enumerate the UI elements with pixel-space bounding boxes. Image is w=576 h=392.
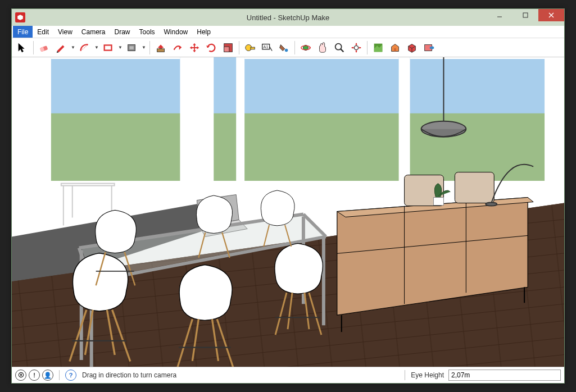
menu-edit[interactable]: Edit [33, 26, 53, 38]
titlebar: Untitled - SketchUp Make [12, 9, 564, 26]
app-icon [15, 12, 25, 22]
arc-tool[interactable] [76, 40, 93, 56]
rotate-tool[interactable] [203, 40, 220, 56]
scale-tool[interactable] [220, 40, 237, 56]
geo-status-icon[interactable]: ⦿ [15, 370, 26, 381]
svg-rect-41 [61, 184, 115, 186]
svg-rect-5 [105, 45, 112, 50]
toolbar: ▼▼▼▼A1 [12, 38, 564, 57]
separator [405, 370, 405, 380]
svg-point-21 [354, 45, 358, 49]
menu-window[interactable]: Window [160, 26, 193, 38]
measurement-label: Eye Height [411, 371, 444, 379]
measurement-input[interactable] [448, 370, 561, 381]
user-status-icon[interactable]: 👤 [42, 370, 53, 381]
toolbar-separator [367, 41, 368, 54]
tape-tool[interactable] [242, 40, 258, 56]
share-tool[interactable] [420, 40, 437, 56]
menubar: FileEditViewCameraDrawToolsWindowHelp [12, 26, 564, 38]
menu-view[interactable]: View [53, 26, 77, 38]
svg-line-20 [341, 48, 344, 52]
rectangle-tool[interactable] [100, 40, 117, 56]
toolbar-separator [33, 41, 34, 54]
svg-rect-33 [244, 57, 398, 59]
window-title: Untitled - SketchUp Make [247, 13, 329, 22]
menu-file[interactable]: File [13, 26, 33, 38]
statusbar: ⦿ ! 👤 ? Drag in direction to turn camera… [12, 367, 564, 383]
app-window: Untitled - SketchUp Make FileEditViewCam… [11, 8, 565, 384]
pencil-tool-dropdown[interactable]: ▼ [70, 40, 76, 56]
circle-tool-dropdown[interactable]: ▼ [140, 40, 147, 56]
circle-tool[interactable] [124, 40, 140, 56]
svg-point-56 [486, 203, 497, 206]
zoom-tool[interactable] [331, 40, 348, 56]
eraser-tool[interactable] [36, 40, 53, 56]
svg-rect-55 [455, 172, 494, 203]
extensions-tool[interactable] [403, 40, 420, 56]
menu-help[interactable]: Help [192, 26, 215, 38]
pan-tool[interactable] [314, 40, 331, 56]
svg-rect-8 [157, 48, 165, 52]
svg-rect-7 [129, 46, 133, 49]
text-tool[interactable]: A1 [258, 40, 275, 56]
warehouse-tool[interactable] [387, 40, 403, 56]
toolbar-separator [149, 41, 150, 54]
svg-text:A1: A1 [264, 44, 269, 49]
toolbar-separator [239, 41, 239, 54]
close-button[interactable] [538, 9, 564, 21]
pushpull-tool[interactable] [152, 40, 169, 56]
viewport[interactable] [12, 57, 564, 367]
rectangle-tool-dropdown[interactable]: ▼ [117, 40, 124, 56]
svg-rect-29 [236, 57, 244, 203]
status-hint: Drag in direction to turn camera [82, 371, 176, 379]
info-status-icon[interactable]: ! [29, 370, 40, 381]
help-status-icon[interactable]: ? [65, 370, 76, 381]
followme-tool[interactable] [169, 40, 186, 56]
menu-draw[interactable]: Draw [110, 26, 135, 38]
svg-rect-34 [410, 57, 545, 59]
menu-camera[interactable]: Camera [77, 26, 110, 38]
menu-tools[interactable]: Tools [135, 26, 160, 38]
arc-tool-dropdown[interactable]: ▼ [93, 40, 100, 56]
paint-tool[interactable] [275, 40, 292, 56]
separator [59, 370, 60, 380]
svg-rect-10 [224, 47, 229, 52]
orbit-tool[interactable] [297, 40, 314, 56]
svg-point-16 [285, 48, 288, 52]
minimize-button[interactable] [487, 9, 512, 21]
svg-rect-32 [51, 57, 180, 59]
svg-rect-57 [433, 198, 443, 206]
zoom-extents-tool[interactable] [348, 40, 365, 56]
toolbar-separator [294, 41, 295, 54]
maximize-button[interactable] [512, 9, 538, 21]
svg-line-15 [270, 47, 273, 51]
svg-rect-28 [180, 57, 214, 203]
move-tool[interactable] [186, 40, 203, 56]
geolocation-tool[interactable] [370, 40, 387, 56]
svg-rect-1 [523, 13, 528, 17]
svg-rect-23 [394, 48, 396, 51]
pencil-tool[interactable] [53, 40, 70, 56]
svg-rect-26 [12, 113, 564, 175]
svg-rect-12 [251, 47, 255, 49]
select-tool[interactable] [14, 40, 31, 56]
